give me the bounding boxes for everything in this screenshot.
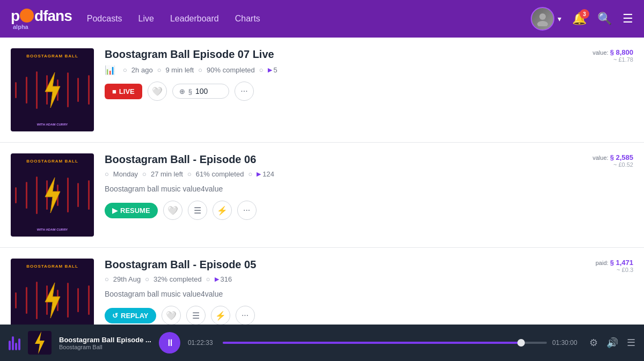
player-lightning-icon <box>32 331 47 355</box>
notif-badge: 3 <box>580 9 589 19</box>
heart-button-1[interactable]: 🤍 <box>148 82 167 101</box>
thumb-subtitle-2: WITH ADAM CURRY <box>11 228 94 231</box>
progress-fill <box>223 342 521 344</box>
queue-list-button[interactable]: ☰ <box>627 337 635 349</box>
boost-input-1[interactable]: ⊕ § <box>172 84 229 99</box>
play-icon-small-2: ▶ <box>257 171 261 178</box>
live-button-1[interactable]: ■ LIVE <box>105 84 142 99</box>
meta-dot-1c: ○ <box>198 66 202 74</box>
queue-button-2[interactable]: ☰ <box>188 201 207 220</box>
value-fiat-3: ~ £0.3 <box>596 267 633 273</box>
player-progress: 01:22:33 01:30:00 <box>188 339 582 347</box>
bottom-player: Boostagram Ball Episode ... Boostagram B… <box>0 325 644 361</box>
episode-actions-1: ■ LIVE 🤍 ⊕ § ··· <box>105 82 633 101</box>
player-podcast: Boostagram Ball <box>59 344 151 350</box>
waveform-bar-2 <box>12 336 14 350</box>
episode-value-2: value: § 2,585 ~ £0.52 <box>592 153 633 168</box>
progress-dot <box>517 339 525 347</box>
play-pause-button[interactable]: ⏸ <box>159 332 180 353</box>
avatar-image <box>532 8 553 30</box>
notifications-button[interactable]: 🔔 3 <box>572 12 587 26</box>
boost-button-2[interactable]: ⚡ <box>213 201 232 220</box>
logo[interactable]: p dfans alpha <box>11 8 72 30</box>
svg-marker-3 <box>45 178 60 213</box>
player-title: Boostagram Ball Episode ... <box>59 336 151 344</box>
meta-dot-1d: ○ <box>259 66 264 74</box>
header-right: ▾ 🔔 3 🔍 ☰ <box>531 7 633 31</box>
player-thumbnail <box>28 331 52 355</box>
search-button[interactable]: 🔍 <box>597 12 612 26</box>
logo-pod-text: p <box>11 8 19 25</box>
avatar-button[interactable]: ▾ <box>531 7 561 31</box>
lightning-icon-1 <box>41 71 64 109</box>
episode-info-1: Boostagram Ball Episode 07 Live 📊 ○ 2h a… <box>105 48 633 101</box>
episode-thumbnail-1: BOOSTAGRAM BALL WITH ADAM CURRY <box>11 48 94 131</box>
more-button-3[interactable]: ··· <box>236 306 255 325</box>
episode-desc-2: Boostagram ball music value4value <box>105 185 633 193</box>
logo-o-icon <box>20 9 34 23</box>
replay-icon: ↺ <box>112 312 118 320</box>
progress-bar[interactable] <box>223 342 547 344</box>
player-time-total: 01:30:00 <box>552 339 582 347</box>
value-label-2: value: § 2,585 <box>592 153 633 161</box>
player-info: Boostagram Ball Episode ... Boostagram B… <box>59 336 151 350</box>
nav-podcasts[interactable]: Podcasts <box>87 14 122 24</box>
boost-amount-input-1[interactable] <box>195 87 222 95</box>
thumb-title-3: BOOSTAGRAM BALL <box>11 264 94 269</box>
episode-title-2: Boostagram Ball - Episode 06 <box>105 153 633 166</box>
avatar <box>531 7 554 31</box>
nav-live[interactable]: Live <box>138 14 154 24</box>
episode-meta-1: 📊 ○ 2h ago ○ 9 min left ○ 90% completed … <box>105 65 633 75</box>
episode-info-2: Boostagram Ball - Episode 06 ○ Monday ○ … <box>105 153 633 220</box>
thumb-subtitle-1: WITH ADAM CURRY <box>11 123 94 126</box>
thumb-title-1: BOOSTAGRAM BALL <box>11 54 94 58</box>
time-ago-2: Monday <box>113 170 138 178</box>
main-content: BOOSTAGRAM BALL WITH ADAM CURRY Bo <box>0 38 644 353</box>
episode-actions-3: ↺ REPLAY 🤍 ☰ ⚡ ··· <box>105 306 633 325</box>
plays-3: ▶ 316 <box>215 275 232 283</box>
value-sats-3: § 1,471 <box>610 259 633 267</box>
completed-3: 32% completed <box>153 275 202 283</box>
plays-2: ▶ 124 <box>257 170 274 178</box>
time-ago-3: 29th Aug <box>113 275 141 283</box>
boost-button-3[interactable]: ⚡ <box>211 306 230 325</box>
volume-button[interactable]: 🔊 <box>606 337 618 349</box>
more-button-2[interactable]: ··· <box>237 201 257 220</box>
time-left-2: 27 min left <box>151 170 183 178</box>
heart-button-2[interactable]: 🤍 <box>163 201 182 220</box>
value-sats-2: § 2,585 <box>610 153 633 161</box>
episode-value-3: paid: § 1,471 ~ £0.3 <box>596 259 633 273</box>
boost-symbol-1: ⊕ <box>179 87 185 95</box>
episode-card-1: BOOSTAGRAM BALL WITH ADAM CURRY Bo <box>0 38 644 143</box>
value-label-1: value: § 8,800 <box>592 48 633 56</box>
episode-actions-2: ▶ RESUME 🤍 ☰ ⚡ ··· <box>105 201 633 220</box>
settings-button[interactable]: ⚙ <box>589 337 598 349</box>
episode-value-1: value: § 8,800 ~ £1.78 <box>592 48 633 63</box>
logo-alpha-badge: alpha <box>11 24 28 30</box>
main-nav: Podcasts Live Leaderboard Charts <box>87 14 531 24</box>
time-left-1: 9 min left <box>165 66 194 74</box>
svg-point-0 <box>539 13 546 20</box>
queue-button-3[interactable]: ☰ <box>186 306 206 325</box>
episode-meta-2: ○ Monday ○ 27 min left ○ 61% completed ○… <box>105 170 633 178</box>
meta-dot-2b: ○ <box>142 170 147 178</box>
replay-button-3[interactable]: ↺ REPLAY <box>105 308 156 323</box>
episode-title-1: Boostagram Ball Episode 07 Live <box>105 48 633 61</box>
meta-dot-3a: ○ <box>105 275 109 283</box>
svg-marker-2 <box>45 72 60 108</box>
waveform-bar-1 <box>9 341 11 350</box>
lightning-icon-2 <box>41 176 64 214</box>
waveform-bar-4 <box>18 338 20 350</box>
waveform-bar-3 <box>15 343 17 350</box>
meta-dot-1a: ○ <box>123 66 127 74</box>
menu-button[interactable]: ☰ <box>623 12 633 26</box>
play-pause-icon: ⏸ <box>165 337 175 349</box>
resume-button-2[interactable]: ▶ RESUME <box>105 203 158 218</box>
nav-charts[interactable]: Charts <box>235 14 260 24</box>
meta-dot-2a: ○ <box>105 170 109 178</box>
more-button-1[interactable]: ··· <box>235 82 254 101</box>
meta-dot-2d: ○ <box>248 170 252 178</box>
heart-button-3[interactable]: 🤍 <box>162 306 181 325</box>
episode-desc-3: Boostagram ball music value4value <box>105 290 633 298</box>
nav-leaderboard[interactable]: Leaderboard <box>170 14 219 24</box>
